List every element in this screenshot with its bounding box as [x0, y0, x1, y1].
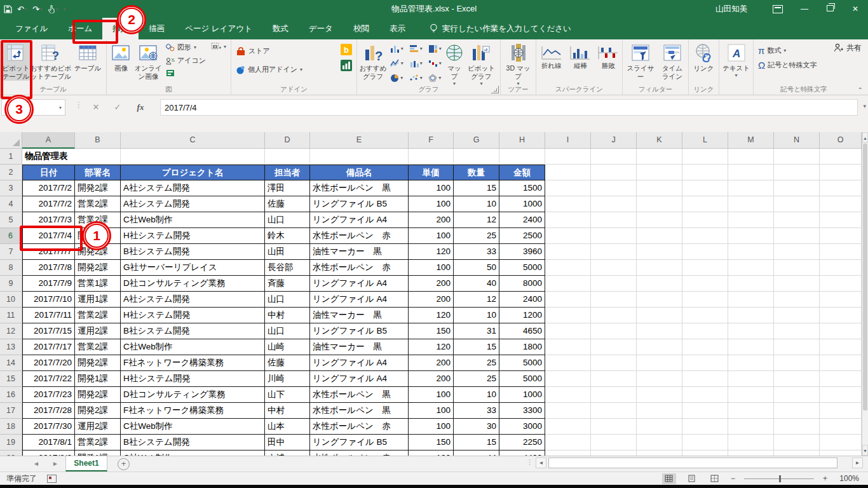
cell-F16[interactable]: 100 [409, 387, 454, 403]
cell-E12[interactable]: リングファイル B5 [310, 323, 409, 339]
vertical-scrollbar[interactable]: ▲ ▼ [862, 132, 868, 456]
close-button[interactable]: ✕ [843, 0, 868, 18]
page-layout-view-button[interactable] [685, 473, 699, 484]
scroll-left-icon[interactable]: ◄ [536, 458, 546, 468]
cell-A2[interactable]: 日付 [22, 165, 75, 180]
row-header-12[interactable]: 12 [0, 323, 22, 339]
cell-G2[interactable]: 数量 [454, 165, 499, 180]
cell-N12[interactable] [774, 323, 820, 339]
row-header-3[interactable]: 3 [0, 180, 22, 196]
cell-A17[interactable]: 2017/7/28 [22, 403, 75, 419]
cell-D10[interactable]: 山口 [265, 292, 310, 308]
cell-F9[interactable]: 200 [409, 276, 454, 292]
cell-M18[interactable] [728, 419, 774, 435]
cell-A3[interactable]: 2017/7/2 [22, 180, 75, 196]
cell-F6[interactable]: 100 [409, 228, 454, 244]
row-header-1[interactable]: 1 [0, 149, 22, 165]
cell-H15[interactable]: 5000 [499, 371, 545, 387]
cell-M8[interactable] [728, 260, 774, 276]
cell-C3[interactable]: A社システム開発 [121, 180, 265, 196]
pie-chart-button[interactable]: ▾ [387, 71, 406, 85]
cell-E20[interactable]: 水性ボールペン 赤 [310, 451, 409, 456]
cell-H9[interactable]: 8000 [499, 276, 545, 292]
cell-N7[interactable] [774, 244, 820, 260]
charts-dialog-launcher[interactable] [491, 86, 499, 93]
cell-J17[interactable] [591, 403, 637, 419]
cell-O17[interactable] [820, 403, 862, 419]
cell-M17[interactable] [728, 403, 774, 419]
cell-K8[interactable] [637, 260, 682, 276]
cell-M5[interactable] [728, 212, 774, 228]
new-sheet-button[interactable]: + [118, 458, 130, 470]
row-header-15[interactable]: 15 [0, 371, 22, 387]
cell-M9[interactable] [728, 276, 774, 292]
page-break-view-button[interactable] [708, 473, 722, 484]
tab-file[interactable]: ファイル [5, 18, 58, 39]
cell-J18[interactable] [591, 419, 637, 435]
cell-G13[interactable]: 15 [454, 339, 499, 355]
cell-O15[interactable] [820, 371, 862, 387]
cell-G10[interactable]: 12 [454, 292, 499, 308]
cell-A7[interactable]: 2017/7/7 [22, 244, 75, 260]
horizontal-scroll-thumb[interactable] [548, 458, 837, 468]
cell-O4[interactable] [820, 196, 862, 212]
cell-D14[interactable]: 佐藤 [265, 355, 310, 371]
cell-B3[interactable]: 開発2課 [75, 180, 121, 196]
cell-A8[interactable]: 2017/7/8 [22, 260, 75, 276]
row-header-17[interactable]: 17 [0, 403, 22, 419]
cell-H17[interactable]: 3300 [499, 403, 545, 419]
cell-D11[interactable]: 中村 [265, 308, 310, 323]
cell-O19[interactable] [820, 435, 862, 451]
column-header-C[interactable]: C [121, 132, 265, 149]
cell-E4[interactable]: リングファイル B5 [310, 196, 409, 212]
cell-N14[interactable] [774, 355, 820, 371]
column-header-I[interactable]: I [545, 132, 591, 149]
cell-K6[interactable] [637, 228, 682, 244]
formula-enter-button[interactable]: ✓ [109, 99, 126, 116]
cell-O20[interactable] [820, 451, 862, 456]
row-header-14[interactable]: 14 [0, 355, 22, 371]
row-header-2[interactable]: 2 [0, 165, 22, 180]
cell-J20[interactable] [591, 451, 637, 456]
cell-K2[interactable] [637, 165, 682, 180]
cell-J10[interactable] [591, 292, 637, 308]
cell-G7[interactable]: 33 [454, 244, 499, 260]
cell-O18[interactable] [820, 419, 862, 435]
tab-view[interactable]: 表示 [379, 18, 416, 39]
cell-O16[interactable] [820, 387, 862, 403]
share-button[interactable]: 共有 [834, 39, 862, 56]
column-header-D[interactable]: D [265, 132, 310, 149]
cell-F3[interactable]: 100 [409, 180, 454, 196]
cell-C12[interactable]: B社システム開発 [121, 323, 265, 339]
cell-A14[interactable]: 2017/7/20 [22, 355, 75, 371]
cell-O9[interactable] [820, 276, 862, 292]
cell-N8[interactable] [774, 260, 820, 276]
cell-A18[interactable]: 2017/7/30 [22, 419, 75, 435]
cell-C19[interactable]: B社システム開発 [121, 435, 265, 451]
cell-M12[interactable] [728, 323, 774, 339]
horizontal-scrollbar[interactable]: ◄ ► [536, 458, 863, 469]
cell-I2[interactable] [545, 165, 591, 180]
cell-C17[interactable]: F社ネットワーク構築業務 [121, 403, 265, 419]
bing-maps-icon[interactable]: b [341, 44, 352, 55]
cell-C8[interactable]: G社サーバーリプレイス [121, 260, 265, 276]
cell-F4[interactable]: 100 [409, 196, 454, 212]
cell-D6[interactable]: 鈴木 [265, 228, 310, 244]
cell-H7[interactable]: 3960 [499, 244, 545, 260]
cell-L1[interactable] [682, 149, 728, 165]
formula-bar-expand-icon[interactable]: ▾ [863, 103, 866, 109]
row-header-13[interactable]: 13 [0, 339, 22, 355]
zoom-level[interactable]: 100% [836, 474, 859, 483]
cell-B12[interactable]: 運用2課 [75, 323, 121, 339]
cell-E2[interactable]: 備品名 [310, 165, 409, 180]
cell-H12[interactable]: 4650 [499, 323, 545, 339]
cell-J12[interactable] [591, 323, 637, 339]
cell-I17[interactable] [545, 403, 591, 419]
cell-O13[interactable] [820, 339, 862, 355]
cell-D9[interactable]: 斉藤 [265, 276, 310, 292]
cell-F13[interactable]: 120 [409, 339, 454, 355]
cell-K20[interactable] [637, 451, 682, 456]
cell-E13[interactable]: 油性マーカー 黒 [310, 339, 409, 355]
row-header-8[interactable]: 8 [0, 260, 22, 276]
cell-D7[interactable]: 山田 [265, 244, 310, 260]
